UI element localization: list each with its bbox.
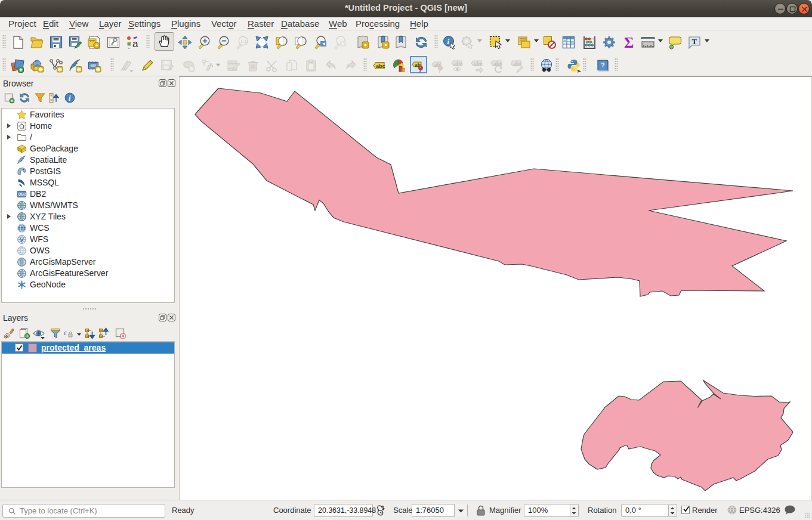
svg-text:abc: abc xyxy=(376,63,385,69)
svg-text:1:1: 1:1 xyxy=(240,39,248,44)
svg-text:DB2: DB2 xyxy=(18,192,26,196)
svg-text:abc: abc xyxy=(474,61,483,67)
svg-text:T: T xyxy=(692,37,697,46)
svg-text:Σ: Σ xyxy=(624,35,634,49)
svg-text:abc: abc xyxy=(513,61,522,67)
svg-text:a: a xyxy=(132,38,138,49)
svg-text:i: i xyxy=(447,37,450,46)
svg-text:ε: ε xyxy=(64,328,67,337)
svg-text:?: ? xyxy=(601,61,605,69)
svg-text:abc: abc xyxy=(454,61,463,67)
